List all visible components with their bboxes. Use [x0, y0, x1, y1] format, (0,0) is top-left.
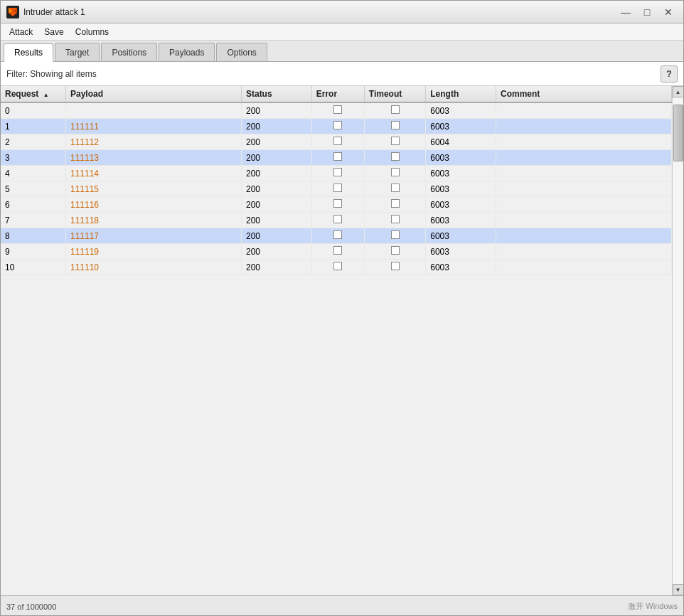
error-checkbox[interactable]: [333, 199, 342, 208]
vertical-scrollbar[interactable]: ▲ ▼: [672, 86, 683, 595]
error-checkbox[interactable]: [333, 215, 342, 223]
cell-payload[interactable]: 111115: [66, 181, 242, 197]
cell-payload[interactable]: 111117: [66, 228, 242, 244]
timeout-checkbox[interactable]: [391, 137, 400, 145]
scroll-thumb[interactable]: [673, 105, 683, 161]
payload-value[interactable]: 111117: [70, 231, 99, 241]
table-row[interactable]: 61111162006003: [1, 197, 672, 213]
cell-payload[interactable]: 111111: [66, 119, 242, 134]
tab-target[interactable]: Target: [55, 43, 100, 61]
menu-columns[interactable]: Columns: [70, 26, 114, 38]
cell-payload[interactable]: 111118: [66, 213, 242, 228]
cell-status: 200: [241, 150, 311, 166]
cell-comment: [496, 150, 672, 166]
col-timeout[interactable]: Timeout: [364, 86, 425, 102]
cell-error: [311, 197, 364, 213]
col-length[interactable]: Length: [426, 86, 496, 102]
tab-options[interactable]: Options: [216, 43, 267, 61]
error-checkbox[interactable]: [333, 152, 342, 161]
payload-value[interactable]: 111111: [70, 122, 99, 132]
payload-value[interactable]: 111118: [70, 216, 99, 225]
table-row[interactable]: 41111142006003: [1, 166, 672, 181]
timeout-checkbox[interactable]: [391, 199, 400, 208]
table-row[interactable]: 101111102006003: [1, 260, 672, 275]
table-row[interactable]: 71111182006003: [1, 213, 672, 228]
cell-error: [311, 134, 364, 150]
col-payload[interactable]: Payload: [66, 86, 242, 102]
window-title: Intruder attack 1: [23, 7, 616, 17]
col-comment[interactable]: Comment: [496, 86, 672, 102]
cell-status: 200: [241, 134, 311, 150]
table-row[interactable]: 91111192006003: [1, 244, 672, 260]
close-button[interactable]: ✕: [659, 5, 678, 19]
tabs-bar: Results Target Positions Payloads Option…: [1, 41, 683, 62]
table-row[interactable]: 31111132006003: [1, 150, 672, 166]
error-checkbox[interactable]: [333, 230, 342, 239]
cell-payload[interactable]: 111110: [66, 260, 242, 275]
timeout-checkbox[interactable]: [391, 246, 400, 255]
scroll-down-button[interactable]: ▼: [673, 584, 684, 595]
cell-length: 6003: [426, 213, 496, 228]
payload-value[interactable]: 111114: [70, 169, 99, 179]
timeout-checkbox[interactable]: [391, 168, 400, 176]
table-row[interactable]: 21111122006004: [1, 134, 672, 150]
tab-positions[interactable]: Positions: [101, 43, 157, 61]
cell-request: 10: [1, 260, 66, 275]
payload-value[interactable]: 111119: [70, 247, 99, 257]
error-checkbox[interactable]: [333, 246, 342, 255]
cell-payload[interactable]: [66, 102, 242, 119]
payload-value[interactable]: 111116: [70, 200, 99, 210]
menu-save[interactable]: Save: [38, 26, 69, 38]
payload-value[interactable]: 111113: [70, 153, 99, 163]
timeout-checkbox[interactable]: [391, 230, 400, 239]
cell-status: 200: [241, 181, 311, 197]
tab-results[interactable]: Results: [4, 43, 53, 62]
maximize-button[interactable]: □: [638, 5, 656, 19]
cell-status: 200: [241, 244, 311, 260]
cell-length: 6003: [426, 244, 496, 260]
filter-help-button[interactable]: ?: [661, 65, 678, 83]
timeout-checkbox[interactable]: [391, 105, 400, 114]
cell-error: [311, 102, 364, 119]
table-scroll-area[interactable]: Request ▲ Payload Status Error Timeout: [1, 86, 672, 595]
payload-value[interactable]: 111112: [70, 137, 99, 147]
table-row[interactable]: 11111112006003: [1, 119, 672, 134]
table-row[interactable]: 02006003: [1, 102, 672, 119]
scroll-up-button[interactable]: ▲: [673, 86, 684, 97]
cell-status: 200: [241, 213, 311, 228]
timeout-checkbox[interactable]: [391, 262, 400, 270]
col-error[interactable]: Error: [311, 86, 364, 102]
cell-timeout: [364, 260, 425, 275]
error-checkbox[interactable]: [333, 137, 342, 145]
error-checkbox[interactable]: [333, 184, 342, 192]
cell-request: 7: [1, 213, 66, 228]
timeout-checkbox[interactable]: [391, 121, 400, 129]
col-status[interactable]: Status: [241, 86, 311, 102]
scroll-track[interactable]: [673, 97, 683, 584]
menu-attack[interactable]: Attack: [4, 26, 38, 38]
error-checkbox[interactable]: [333, 105, 342, 114]
cell-payload[interactable]: 111114: [66, 166, 242, 181]
timeout-checkbox[interactable]: [391, 215, 400, 223]
cell-timeout: [364, 119, 425, 134]
payload-value[interactable]: 111115: [70, 184, 99, 194]
tab-payloads[interactable]: Payloads: [159, 43, 215, 61]
cell-payload[interactable]: 111119: [66, 244, 242, 260]
cell-payload[interactable]: 111113: [66, 150, 242, 166]
error-checkbox[interactable]: [333, 262, 342, 270]
timeout-checkbox[interactable]: [391, 152, 400, 161]
cell-status: 200: [241, 228, 311, 244]
cell-request: 4: [1, 166, 66, 181]
cell-payload[interactable]: 111112: [66, 134, 242, 150]
payload-value[interactable]: 111110: [70, 262, 99, 272]
window-controls: — □ ✕: [616, 5, 678, 19]
timeout-checkbox[interactable]: [391, 184, 400, 192]
cell-payload[interactable]: 111116: [66, 197, 242, 213]
error-checkbox[interactable]: [333, 168, 342, 176]
cell-comment: [496, 260, 672, 275]
error-checkbox[interactable]: [333, 121, 342, 129]
table-row[interactable]: 81111172006003: [1, 228, 672, 244]
col-request[interactable]: Request ▲: [1, 86, 66, 102]
table-row[interactable]: 51111152006003: [1, 181, 672, 197]
minimize-button[interactable]: —: [616, 5, 635, 19]
